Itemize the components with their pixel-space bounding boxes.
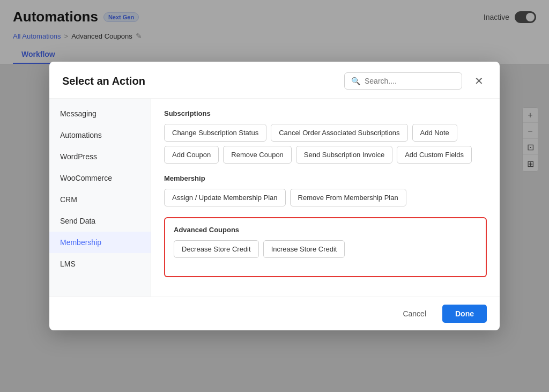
subscriptions-section: Subscriptions Change Subscription Status… xyxy=(164,109,487,164)
sidebar-item-messaging[interactable]: Messaging xyxy=(49,103,151,124)
sidebar-item-woocommerce[interactable]: WooCommerce xyxy=(49,167,151,189)
modal-sidebar: Messaging Automations WordPress WooComme… xyxy=(49,99,151,297)
assign-update-membership-plan-button[interactable]: Assign / Update Membership Plan xyxy=(164,189,286,206)
modal-footer: Cancel Done xyxy=(49,297,500,330)
membership-section: Membership Assign / Update Membership Pl… xyxy=(164,174,487,206)
modal-header: Select an Action 🔍 ✕ xyxy=(49,62,500,99)
decrease-store-credit-button[interactable]: Decrease Store Credit xyxy=(174,240,259,258)
subscriptions-section-title: Subscriptions xyxy=(164,109,487,117)
cancel-order-associated-subscriptions-button[interactable]: Cancel Order Associated Subscriptions xyxy=(271,124,407,142)
modal-title: Select an Action xyxy=(62,75,344,87)
sidebar-item-lms[interactable]: LMS xyxy=(49,253,151,275)
search-icon: 🔍 xyxy=(351,77,360,85)
change-subscription-status-button[interactable]: Change Subscription Status xyxy=(164,124,266,142)
modal-overlay: Select an Action 🔍 ✕ Messaging Automatio… xyxy=(0,0,549,392)
increase-store-credit-button[interactable]: Increase Store Credit xyxy=(263,240,345,258)
remove-coupon-button[interactable]: Remove Coupon xyxy=(223,146,292,164)
search-box: 🔍 xyxy=(344,72,462,90)
add-note-button[interactable]: Add Note xyxy=(412,124,457,142)
sidebar-item-crm[interactable]: CRM xyxy=(49,189,151,210)
done-button[interactable]: Done xyxy=(442,305,487,323)
membership-section-title: Membership xyxy=(164,174,487,182)
close-button[interactable]: ✕ xyxy=(471,73,487,89)
search-input[interactable] xyxy=(365,77,455,85)
modal-body: Messaging Automations WordPress WooComme… xyxy=(49,99,500,297)
add-coupon-button[interactable]: Add Coupon xyxy=(164,146,219,164)
modal-content-area: Subscriptions Change Subscription Status… xyxy=(151,99,500,297)
membership-buttons: Assign / Update Membership Plan Remove F… xyxy=(164,189,487,206)
advanced-coupons-buttons: Decrease Store Credit Increase Store Cre… xyxy=(174,240,477,258)
sidebar-item-wordpress[interactable]: WordPress xyxy=(49,146,151,167)
add-custom-fields-button[interactable]: Add Custom Fields xyxy=(397,146,472,164)
advanced-coupons-section: Advanced Coupons Decrease Store Credit I… xyxy=(164,217,487,277)
sidebar-item-membership[interactable]: Membership xyxy=(49,232,151,253)
sidebar-item-automations[interactable]: Automations xyxy=(49,124,151,146)
remove-from-membership-plan-button[interactable]: Remove From Membership Plan xyxy=(290,189,406,206)
cancel-button[interactable]: Cancel xyxy=(392,305,437,323)
modal-dialog: Select an Action 🔍 ✕ Messaging Automatio… xyxy=(49,62,500,330)
advanced-coupons-section-title: Advanced Coupons xyxy=(174,226,477,234)
send-subscription-invoice-button[interactable]: Send Subscription Invoice xyxy=(296,146,392,164)
sidebar-item-send-data[interactable]: Send Data xyxy=(49,210,151,232)
subscriptions-buttons: Change Subscription Status Cancel Order … xyxy=(164,124,487,164)
